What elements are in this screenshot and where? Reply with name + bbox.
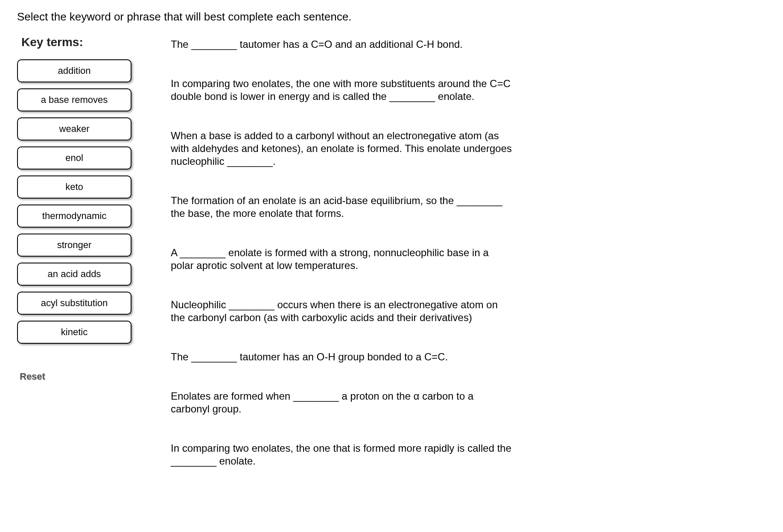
term-tile-a-base-removes[interactable]: a base removes xyxy=(17,88,131,111)
sentence-5[interactable]: A ________ enolate is formed with a stro… xyxy=(171,246,512,272)
sentence-7[interactable]: The ________ tautomer has an O-H group b… xyxy=(171,351,512,363)
instruction-text: Select the keyword or phrase that will b… xyxy=(17,10,766,23)
sentences-column: The ________ tautomer has a C=O and an a… xyxy=(171,35,512,468)
sentence-2[interactable]: In comparing two enolates, the one with … xyxy=(171,77,512,103)
key-terms-column: Key terms: addition a base removes weake… xyxy=(17,35,145,382)
term-tile-addition[interactable]: addition xyxy=(17,59,131,82)
term-tile-stronger[interactable]: stronger xyxy=(17,234,131,257)
sentence-4[interactable]: The formation of an enolate is an acid-b… xyxy=(171,194,512,220)
sentence-6[interactable]: Nucleophilic ________ occurs when there … xyxy=(171,298,512,324)
term-tile-keto[interactable]: keto xyxy=(17,175,131,199)
sentence-3[interactable]: When a base is added to a carbonyl witho… xyxy=(171,129,512,168)
sentence-8[interactable]: Enolates are formed when ________ a prot… xyxy=(171,390,512,415)
reset-button[interactable]: Reset xyxy=(20,371,45,382)
term-tile-acyl-substitution[interactable]: acyl substitution xyxy=(17,292,131,315)
key-terms-heading: Key terms: xyxy=(21,35,145,49)
term-tile-thermodynamic[interactable]: thermodynamic xyxy=(17,205,131,228)
term-tile-weaker[interactable]: weaker xyxy=(17,117,131,140)
sentence-1[interactable]: The ________ tautomer has a C=O and an a… xyxy=(171,38,512,51)
term-tile-kinetic[interactable]: kinetic xyxy=(17,321,131,344)
main-row: Key terms: addition a base removes weake… xyxy=(17,35,766,468)
sentence-9[interactable]: In comparing two enolates, the one that … xyxy=(171,442,512,468)
term-tile-an-acid-adds[interactable]: an acid adds xyxy=(17,263,131,286)
term-tile-enol[interactable]: enol xyxy=(17,146,131,170)
